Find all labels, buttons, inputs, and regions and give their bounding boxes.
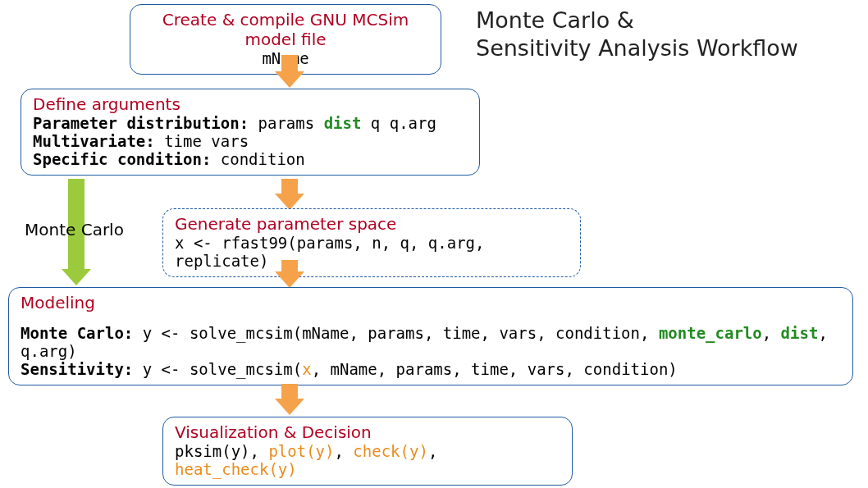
box4-mc-line: Monte Carlo: y <- solve_mcsim(mName, par… [21,324,841,360]
box2-title: Define arguments [33,94,468,114]
arrow-3 [275,260,304,288]
box1-title: Create & compile GNU MCSim model file [142,10,429,49]
arrow-2 [275,179,304,210]
box-generate-parameter-space: Generate parameter space x <- rfast99(pa… [162,208,581,277]
arrow-4 [275,384,304,415]
box-define-arguments: Define arguments Parameter distribution:… [21,89,480,176]
box-visualization-decision: Visualization & Decision pksim(y), plot(… [162,417,573,486]
box2-line1: Parameter distribution: params dist q q.… [33,114,468,132]
box3-code: x <- rfast99(params, n, q, q.arg, replic… [175,234,569,270]
box5-code: pksim(y), plot(y), check(y), heat_check(… [175,442,560,478]
title-line-1: Monte Carlo & [476,7,634,33]
monte-carlo-label: Monte Carlo [25,220,124,239]
box-modeling: Modeling Monte Carlo: y <- solve_mcsim(m… [8,287,853,385]
arrow-1 [275,55,304,88]
box2-line3: Specific condition: condition [33,150,468,168]
page-title: Monte Carlo & Sensitivity Analysis Workf… [476,7,798,62]
box3-title: Generate parameter space [175,214,569,234]
box5-title: Visualization & Decision [175,422,560,442]
title-line-2: Sensitivity Analysis Workflow [476,35,798,61]
box2-line2: Multivariate: time vars [33,132,468,150]
box4-title: Modeling [21,293,841,312]
box4-se-line: Sensitivity: y <- solve_mcsim(x, mName, … [21,360,841,378]
